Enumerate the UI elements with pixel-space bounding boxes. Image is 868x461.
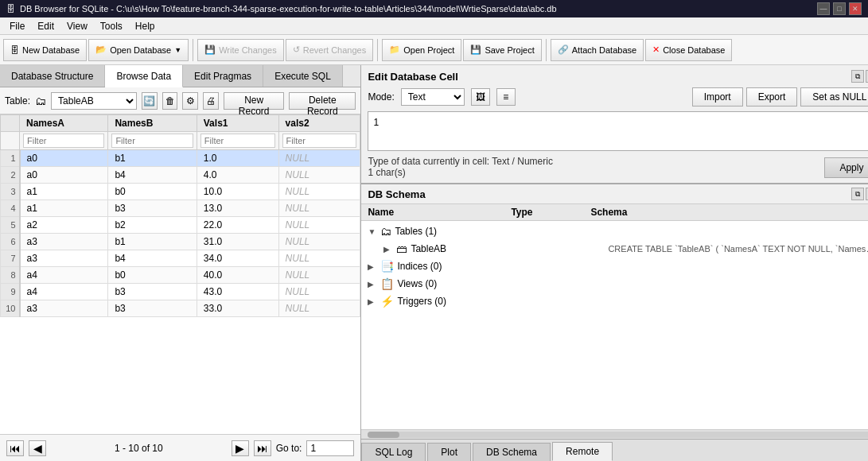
clear-button[interactable]: 🗑 (162, 92, 178, 110)
tab-database-structure[interactable]: Database Structure (0, 65, 105, 87)
table-cell[interactable]: a1 (20, 200, 108, 217)
edit-cell-float-btn[interactable]: ⧉ (851, 70, 864, 83)
table-row[interactable]: 1a0b11.0NULL (1, 150, 360, 167)
title-bar-controls[interactable]: — □ ✕ (817, 2, 862, 15)
table-cell[interactable]: NULL (278, 284, 360, 300)
table-cell[interactable]: b3 (108, 300, 197, 317)
tab-execute-sql[interactable]: Execute SQL (263, 65, 343, 87)
table-cell[interactable]: a3 (20, 300, 108, 317)
import-button[interactable]: Import (692, 87, 743, 107)
filter-namesa[interactable] (20, 132, 108, 150)
table-cell[interactable]: 34.0 (197, 250, 278, 267)
filter-button[interactable]: ⚙ (182, 92, 198, 110)
filter-vals1[interactable] (197, 132, 278, 150)
table-cell[interactable]: a2 (20, 217, 108, 234)
delete-record-button[interactable]: Delete Record (289, 92, 356, 110)
table-cell[interactable]: NULL (278, 200, 360, 217)
table-row[interactable]: 4a1b313.0NULL (1, 200, 360, 217)
col-header-vals1[interactable]: Vals1 (197, 115, 278, 132)
schema-indices-header[interactable]: ▶ 📑 Indices (0) (361, 258, 868, 275)
tab-db-schema[interactable]: DB Schema (473, 443, 551, 461)
schema-scroll-thumb[interactable] (368, 432, 399, 438)
table-cell[interactable]: 1.0 (197, 150, 278, 167)
mode-select[interactable]: Text Binary Null (401, 88, 465, 106)
maximize-btn[interactable]: □ (833, 2, 846, 15)
table-cell[interactable]: b3 (108, 200, 197, 217)
last-page-button[interactable]: ⏭ (254, 440, 271, 456)
table-cell[interactable]: NULL (278, 267, 360, 284)
table-cell[interactable]: b2 (108, 217, 197, 234)
tab-sql-log[interactable]: SQL Log (361, 443, 426, 461)
table-row[interactable]: 9a4b343.0NULL (1, 284, 360, 300)
table-row[interactable]: 5a2b222.0NULL (1, 217, 360, 234)
table-cell[interactable]: b1 (108, 234, 197, 250)
table-row[interactable]: 7a3b434.0NULL (1, 250, 360, 267)
table-cell[interactable]: NULL (278, 250, 360, 267)
prev-page-button[interactable]: ◀ (29, 440, 46, 456)
first-page-button[interactable]: ⏮ (6, 440, 24, 456)
mode-icon-button[interactable]: 🖼 (471, 88, 490, 106)
table-cell[interactable]: a3 (20, 250, 108, 267)
schema-float-btn[interactable]: ⧉ (851, 188, 864, 200)
attach-database-button[interactable]: 🔗 Attach Database (551, 39, 644, 61)
table-cell[interactable]: NULL (278, 300, 360, 317)
table-row[interactable]: 8a4b040.0NULL (1, 267, 360, 284)
filter-vals2-input[interactable] (282, 134, 357, 148)
table-cell[interactable]: a4 (20, 267, 108, 284)
tab-plot[interactable]: Plot (427, 443, 471, 461)
table-cell[interactable]: a0 (20, 167, 108, 184)
schema-views-header[interactable]: ▶ 📋 Views (0) (361, 275, 868, 292)
save-project-button[interactable]: 💾 Save Project (463, 39, 541, 61)
table-cell[interactable]: b0 (108, 184, 197, 200)
export-button[interactable]: Export (746, 87, 798, 107)
menu-view[interactable]: View (60, 19, 94, 33)
revert-changes-button[interactable]: ↺ Revert Changes (286, 39, 374, 61)
open-project-button[interactable]: 📁 Open Project (382, 39, 461, 61)
table-select[interactable]: TableAB (51, 92, 137, 110)
table-cell[interactable]: 13.0 (197, 200, 278, 217)
filter-vals1-input[interactable] (200, 134, 275, 148)
table-row[interactable]: 6a3b131.0NULL (1, 234, 360, 250)
table-cell[interactable]: 40.0 (197, 267, 278, 284)
filter-namesa-input[interactable] (23, 134, 104, 148)
table-cell[interactable]: NULL (278, 150, 360, 167)
new-record-button[interactable]: New Record (224, 92, 284, 110)
menu-file[interactable]: File (3, 19, 31, 33)
next-page-button[interactable]: ▶ (232, 440, 249, 456)
table-cell[interactable]: b0 (108, 267, 197, 284)
table-cell[interactable]: 33.0 (197, 300, 278, 317)
close-database-button[interactable]: ✕ Close Database (645, 39, 732, 61)
menu-tools[interactable]: Tools (94, 19, 129, 33)
col-header-vals2[interactable]: vals2 (278, 115, 360, 132)
tab-browse-data[interactable]: Browse Data (105, 65, 183, 87)
write-changes-button[interactable]: 💾 Write Changes (197, 39, 284, 61)
col-header-namesa[interactable]: NamesA (20, 115, 108, 132)
table-row[interactable]: 2a0b44.0NULL (1, 167, 360, 184)
close-btn[interactable]: ✕ (849, 2, 862, 15)
menu-help[interactable]: Help (129, 19, 162, 33)
schema-triggers-header[interactable]: ▶ ⚡ Triggers (0) (361, 292, 868, 310)
table-cell[interactable]: 43.0 (197, 284, 278, 300)
filter-namesb-input[interactable] (111, 134, 193, 148)
table-cell[interactable]: b4 (108, 167, 197, 184)
table-row[interactable]: 10a3b333.0NULL (1, 300, 360, 317)
schema-scroll-track[interactable] (368, 432, 868, 438)
table-cell[interactable]: a0 (20, 150, 108, 167)
table-row[interactable]: 3a1b010.0NULL (1, 184, 360, 200)
tab-remote[interactable]: Remote (552, 442, 613, 461)
set-null-button[interactable]: Set as NULL (800, 87, 868, 107)
align-button[interactable]: ≡ (496, 88, 516, 106)
new-database-button[interactable]: 🗄 New Database (3, 39, 87, 61)
schema-scroll[interactable] (361, 429, 868, 439)
table-cell[interactable]: a1 (20, 184, 108, 200)
table-cell[interactable]: b3 (108, 284, 197, 300)
table-cell[interactable]: 10.0 (197, 184, 278, 200)
table-cell[interactable]: 22.0 (197, 217, 278, 234)
apply-button[interactable]: Apply (824, 157, 868, 178)
minimize-btn[interactable]: — (817, 2, 830, 15)
filter-vals2[interactable] (278, 132, 360, 150)
refresh-button[interactable]: 🔄 (142, 92, 158, 110)
tab-edit-pragmas[interactable]: Edit Pragmas (183, 65, 263, 87)
print-button[interactable]: 🖨 (203, 92, 219, 110)
table-cell[interactable]: 31.0 (197, 234, 278, 250)
